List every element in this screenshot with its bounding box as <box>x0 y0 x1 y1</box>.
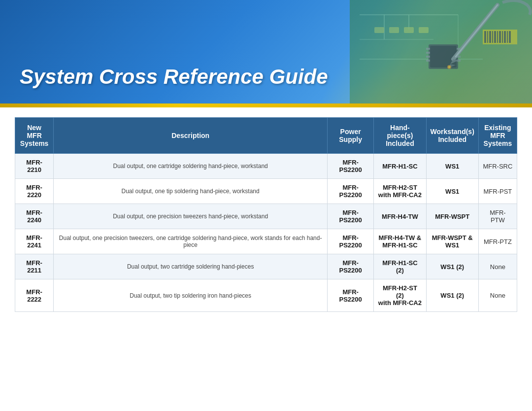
table-row: MFR-2222Dual output, two tip soldering i… <box>15 279 517 312</box>
cell-handpieces: MFR-H4-TW &MFR-H1-SC <box>374 229 426 254</box>
cross-reference-table: NewMFRSystems Description PowerSupply Ha… <box>15 117 517 312</box>
cell-handpieces: MFR-H2-ST (2)with MFR-CA2 <box>374 279 426 312</box>
cell-workstands: MFR-WSPT &WS1 <box>426 229 478 254</box>
svg-rect-15 <box>426 52 430 54</box>
svg-rect-27 <box>494 31 496 43</box>
svg-rect-9 <box>389 27 399 33</box>
svg-rect-13 <box>430 46 457 68</box>
svg-rect-8 <box>374 27 384 33</box>
svg-rect-31 <box>504 31 506 43</box>
table-row: MFR-2211Dual output, two cartridge solde… <box>15 254 517 279</box>
svg-rect-30 <box>502 31 503 43</box>
col-header-description: Description <box>54 118 328 154</box>
cell-description: Dual output, one precision tweezers, one… <box>54 229 328 254</box>
cell-new_mfr: MFR-2210 <box>15 154 54 179</box>
svg-rect-29 <box>499 31 501 43</box>
svg-rect-24 <box>487 31 488 43</box>
cell-existing_mfr: MFR-PTZ <box>478 229 517 254</box>
svg-rect-32 <box>507 31 508 43</box>
cell-power_supply: MFR-PS2200 <box>328 204 374 229</box>
cell-workstands: WS1 (2) <box>426 254 478 279</box>
cell-description: Dual output, two tip soldering iron hand… <box>54 279 328 312</box>
col-header-workstands: Workstand(s)Included <box>426 118 478 154</box>
cell-existing_mfr: MFR-SRC <box>478 154 517 179</box>
cell-handpieces: MFR-H2-STwith MFR-CA2 <box>374 179 426 204</box>
svg-rect-11 <box>419 27 429 33</box>
cell-existing_mfr: MFR-PTW <box>478 204 517 229</box>
cell-description: Dual output, one cartridge soldering han… <box>54 154 328 179</box>
col-header-power-supply: PowerSupply <box>328 118 374 154</box>
col-header-handpieces: Hand-piece(s)Included <box>374 118 426 154</box>
table-row: MFR-2240Dual output, one precision tweez… <box>15 204 517 229</box>
table-row: MFR-2210Dual output, one cartridge solde… <box>15 154 517 179</box>
accent-bar <box>0 103 532 107</box>
svg-rect-10 <box>404 27 414 33</box>
svg-rect-23 <box>484 31 486 43</box>
svg-rect-17 <box>426 60 430 62</box>
col-header-new-mfr: NewMFRSystems <box>15 118 54 154</box>
cell-new_mfr: MFR-2240 <box>15 204 54 229</box>
cell-handpieces: MFR-H1-SC (2) <box>374 254 426 279</box>
cell-new_mfr: MFR-2241 <box>15 229 54 254</box>
svg-rect-25 <box>489 31 491 43</box>
col-header-existing-mfr: ExistingMFRSystems <box>478 118 517 154</box>
cell-workstands: MFR-WSPT <box>426 204 478 229</box>
table-header-row: NewMFRSystems Description PowerSupply Ha… <box>15 118 517 154</box>
cell-power_supply: MFR-PS2200 <box>328 229 374 254</box>
cell-power_supply: MFR-PS2200 <box>328 154 374 179</box>
cell-description: Dual output, one tip soldering hand-piec… <box>54 179 328 204</box>
cell-workstands: WS1 (2) <box>426 279 478 312</box>
page-title: System Cross Reference Guide <box>20 65 328 89</box>
header-banner: System Cross Reference Guide <box>0 0 532 103</box>
svg-rect-26 <box>492 31 493 43</box>
svg-rect-14 <box>426 48 430 50</box>
svg-point-39 <box>448 66 450 68</box>
cell-power_supply: MFR-PS2200 <box>328 279 374 312</box>
cell-existing_mfr: MFR-PST <box>478 179 517 204</box>
cell-new_mfr: MFR-2220 <box>15 179 54 204</box>
table-container: NewMFRSystems Description PowerSupply Ha… <box>0 107 532 322</box>
cell-existing_mfr: None <box>478 254 517 279</box>
cell-handpieces: MFR-H1-SC <box>374 154 426 179</box>
svg-rect-28 <box>497 31 498 43</box>
cell-workstands: WS1 <box>426 154 478 179</box>
cell-handpieces: MFR-H4-TW <box>374 204 426 229</box>
cell-description: Dual output, two cartridge soldering han… <box>54 254 328 279</box>
cell-new_mfr: MFR-2211 <box>15 254 54 279</box>
table-row: MFR-2220Dual output, one tip soldering h… <box>15 179 517 204</box>
cell-existing_mfr: None <box>478 279 517 312</box>
cell-power_supply: MFR-PS2200 <box>328 254 374 279</box>
cell-power_supply: MFR-PS2200 <box>328 179 374 204</box>
svg-rect-33 <box>509 31 511 43</box>
cell-description: Dual output, one precision tweezers hand… <box>54 204 328 229</box>
cell-workstands: WS1 <box>426 179 478 204</box>
cell-new_mfr: MFR-2222 <box>15 279 54 312</box>
svg-rect-16 <box>426 56 430 58</box>
table-row: MFR-2241Dual output, one precision tweez… <box>15 229 517 254</box>
